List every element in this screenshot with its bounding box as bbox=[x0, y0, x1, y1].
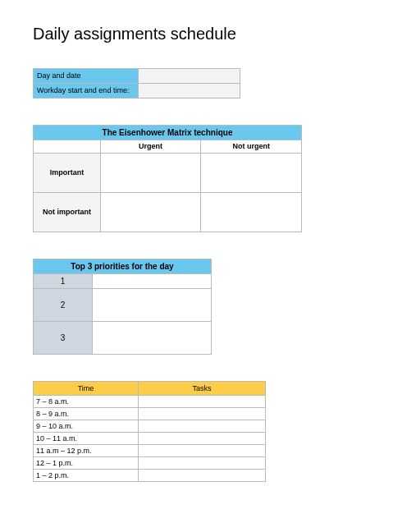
time-slot: 11 a.m – 12 p.m. bbox=[34, 444, 139, 456]
matrix-row-not-important: Not important bbox=[34, 192, 101, 232]
matrix-title: The Eisenhower Matrix technique bbox=[34, 125, 302, 140]
day-date-label: Day and date bbox=[34, 69, 139, 84]
priority-value[interactable] bbox=[93, 273, 212, 288]
matrix-quadrant-not-important-not-urgent[interactable] bbox=[201, 192, 302, 232]
task-slot[interactable] bbox=[139, 395, 266, 407]
eisenhower-matrix-table: The Eisenhower Matrix technique Urgent N… bbox=[33, 125, 302, 232]
table-row: 11 a.m – 12 p.m. bbox=[34, 444, 266, 456]
priorities-title: Top 3 priorities for the day bbox=[34, 259, 212, 273]
matrix-corner bbox=[34, 140, 101, 153]
priorities-table: Top 3 priorities for the day 1 2 3 bbox=[33, 259, 212, 355]
table-row: 7 – 8 a.m. bbox=[34, 395, 266, 407]
priority-number: 1 bbox=[34, 273, 93, 288]
time-slot: 12 – 1 p.m. bbox=[34, 456, 139, 469]
time-slot: 1 – 2 p.m. bbox=[34, 469, 139, 481]
table-row: Workday start and end time: bbox=[34, 83, 240, 98]
matrix-col-not-urgent: Not urgent bbox=[201, 140, 302, 153]
workday-value[interactable] bbox=[138, 83, 240, 98]
task-slot[interactable] bbox=[139, 444, 266, 456]
time-slot: 7 – 8 a.m. bbox=[34, 395, 139, 407]
priority-value[interactable] bbox=[93, 321, 212, 354]
matrix-col-urgent: Urgent bbox=[100, 140, 201, 153]
day-date-value[interactable] bbox=[138, 69, 240, 84]
matrix-quadrant-important-urgent[interactable] bbox=[100, 153, 201, 192]
task-slot[interactable] bbox=[139, 456, 266, 469]
table-row: Day and date bbox=[34, 69, 240, 84]
matrix-quadrant-not-important-urgent[interactable] bbox=[100, 192, 201, 232]
priority-number: 2 bbox=[34, 288, 93, 321]
page-title: Daily assignments schedule bbox=[33, 25, 383, 44]
matrix-row-important: Important bbox=[34, 153, 101, 192]
task-slot[interactable] bbox=[139, 407, 266, 420]
priority-number: 3 bbox=[34, 321, 93, 354]
basic-info-table: Day and date Workday start and end time: bbox=[33, 68, 240, 99]
table-row: 8 – 9 a.m. bbox=[34, 407, 266, 420]
task-slot[interactable] bbox=[139, 469, 266, 481]
table-row: 2 bbox=[34, 288, 212, 321]
table-row: 1 – 2 p.m. bbox=[34, 469, 266, 481]
priority-value[interactable] bbox=[93, 288, 212, 321]
time-slot: 8 – 9 a.m. bbox=[34, 407, 139, 420]
matrix-quadrant-important-not-urgent[interactable] bbox=[201, 153, 302, 192]
time-slot: 10 – 11 a.m. bbox=[34, 432, 139, 444]
task-slot[interactable] bbox=[139, 432, 266, 444]
time-slot: 9 – 10 a.m. bbox=[34, 420, 139, 432]
schedule-table: Time Tasks 7 – 8 a.m. 8 – 9 a.m. 9 – 10 … bbox=[33, 381, 266, 482]
table-row: 3 bbox=[34, 321, 212, 354]
workday-label: Workday start and end time: bbox=[34, 83, 139, 98]
table-row: 10 – 11 a.m. bbox=[34, 432, 266, 444]
table-row: 9 – 10 a.m. bbox=[34, 420, 266, 432]
task-slot[interactable] bbox=[139, 420, 266, 432]
time-header: Time bbox=[34, 381, 139, 395]
tasks-header: Tasks bbox=[139, 381, 266, 395]
table-row: 12 – 1 p.m. bbox=[34, 456, 266, 469]
table-row: 1 bbox=[34, 273, 212, 288]
